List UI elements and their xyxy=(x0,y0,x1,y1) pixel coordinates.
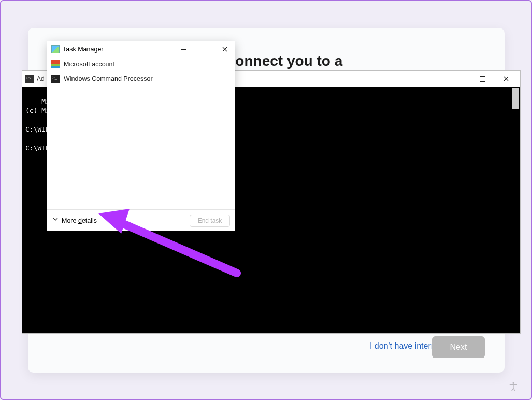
more-details-toggle[interactable]: More details xyxy=(52,217,97,224)
tm-process-list: Microsoft account Windows Command Proces… xyxy=(47,57,235,209)
cmd-icon xyxy=(25,75,34,83)
next-button[interactable]: Next xyxy=(432,336,485,358)
process-row[interactable]: Windows Command Processor xyxy=(47,72,235,86)
tm-footer: More details End task xyxy=(47,209,235,231)
tm-maximize-button[interactable] xyxy=(194,41,214,57)
tm-titlebar[interactable]: Task Manager xyxy=(47,41,235,57)
process-row[interactable]: Microsoft account xyxy=(47,57,235,72)
accessibility-icon[interactable] xyxy=(508,381,519,392)
account-icon xyxy=(51,60,60,68)
tm-close-button[interactable] xyxy=(214,41,235,57)
cmd-minimize-button[interactable] xyxy=(447,71,470,87)
process-name: Windows Command Processor xyxy=(64,75,153,82)
end-task-button[interactable]: End task xyxy=(190,215,230,227)
cmd-close-button[interactable] xyxy=(494,71,518,87)
no-internet-link[interactable]: I don't have internet xyxy=(370,341,442,351)
chevron-down-icon xyxy=(52,216,59,224)
cmd-maximize-button[interactable] xyxy=(470,71,494,87)
task-manager-window: Task Manager Microsoft account Windows C… xyxy=(47,41,235,231)
task-manager-icon xyxy=(51,45,60,53)
tm-minimize-button[interactable] xyxy=(173,41,194,57)
tm-title: Task Manager xyxy=(63,46,173,53)
svg-point-1 xyxy=(512,382,514,384)
cmd-icon xyxy=(51,75,60,83)
more-details-label: More details xyxy=(62,217,97,224)
cmd-scrollbar[interactable] xyxy=(512,88,519,109)
process-name: Microsoft account xyxy=(64,61,114,68)
